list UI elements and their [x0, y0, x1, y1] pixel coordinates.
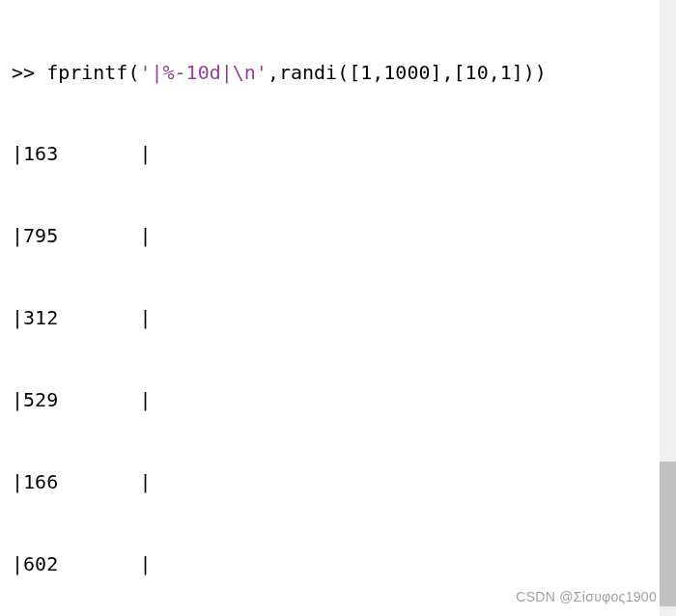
call-tail-1: randi([1,1000],[10,1])) — [279, 61, 547, 84]
value: 795 — [23, 224, 58, 247]
value: 529 — [23, 388, 58, 411]
value: 166 — [23, 470, 58, 493]
format-string-1: '|%-10d|\n' — [139, 61, 267, 84]
watermark: CSDN @Σίσυφος1900 — [516, 583, 657, 610]
output-row: |312 | — [12, 304, 676, 331]
scrollbar-thumb[interactable] — [660, 462, 676, 606]
command-window[interactable]: >> fprintf('|%-10d|\n',randi([1,1000],[1… — [0, 0, 676, 616]
value: 312 — [23, 306, 58, 329]
output-row: |602 | — [12, 550, 676, 577]
output-row: |529 | — [12, 386, 676, 413]
scrollbar-track[interactable] — [660, 0, 676, 616]
value: 163 — [23, 142, 58, 165]
prompt: >> — [12, 61, 46, 84]
value: 602 — [23, 552, 58, 575]
func-head: fprintf( — [46, 61, 139, 84]
sep: , — [268, 61, 279, 84]
output-row: |166 | — [12, 468, 676, 495]
command-line-1: >> fprintf('|%-10d|\n',randi([1,1000],[1… — [12, 59, 676, 86]
output-row: |163 | — [12, 140, 676, 167]
output-row: |795 | — [12, 222, 676, 249]
